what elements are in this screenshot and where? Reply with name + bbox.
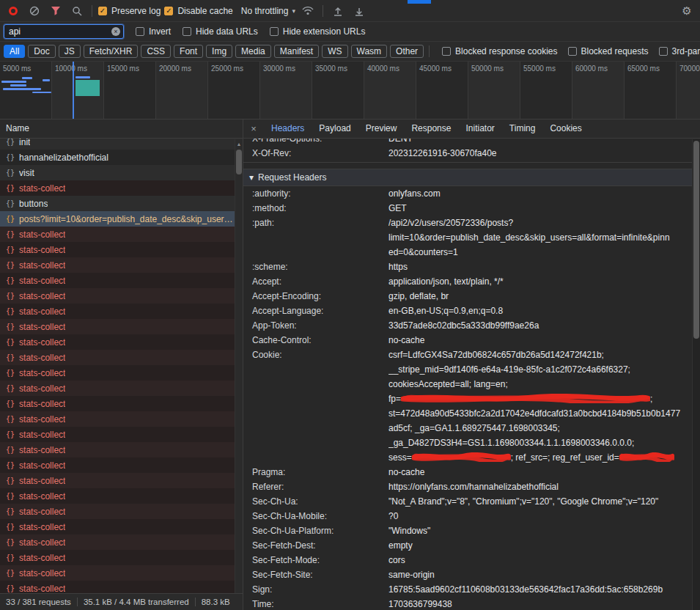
- tab-timing[interactable]: Timing: [502, 120, 543, 138]
- request-row[interactable]: {}stats-collect: [0, 565, 243, 581]
- request-row[interactable]: {}stats-collect: [0, 488, 243, 504]
- request-row[interactable]: {}stats-collect: [0, 534, 243, 550]
- request-row[interactable]: {}stats-collect: [0, 304, 243, 319]
- request-row[interactable]: {}stats-collect: [0, 473, 243, 488]
- invert-checkbox[interactable]: Invert: [136, 26, 171, 37]
- json-icon: {}: [6, 538, 15, 546]
- request-name: stats-collect: [19, 260, 65, 271]
- selected-time-marker: [73, 62, 74, 119]
- type-filter-js[interactable]: JS: [59, 45, 81, 58]
- header-row: Sec-Fetch-Mode:cors: [243, 553, 700, 567]
- tab-preview[interactable]: Preview: [358, 120, 405, 138]
- request-row[interactable]: {}stats-collect: [0, 519, 243, 534]
- request-row[interactable]: {}stats-collect: [0, 365, 243, 381]
- detail-scrollbar[interactable]: [692, 139, 700, 610]
- tab-cookies[interactable]: Cookies: [542, 120, 589, 138]
- type-filter-other[interactable]: Other: [390, 45, 424, 58]
- disable-cache-checkbox[interactable]: ✓ Disable cache: [164, 6, 232, 16]
- header-value: onlyfans.com: [388, 186, 700, 201]
- type-filter-fetch-xhr[interactable]: Fetch/XHR: [84, 45, 139, 58]
- checkbox-label: Blocked response cookies: [455, 46, 557, 56]
- type-filter-css[interactable]: CSS: [141, 45, 171, 58]
- name-column-header[interactable]: Name: [0, 120, 243, 139]
- hide-data-urls-checkbox[interactable]: Hide data URLs: [183, 26, 258, 37]
- request-row[interactable]: {}stats-collect: [0, 227, 243, 242]
- request-row[interactable]: {}stats-collect: [0, 180, 243, 196]
- request-row[interactable]: {}stats-collect: [0, 257, 243, 273]
- checkbox-3rd-party-requests[interactable]: 3rd-party requests: [659, 46, 700, 56]
- filter-button[interactable]: [47, 3, 65, 19]
- import-har-button[interactable]: [329, 3, 347, 19]
- request-row[interactable]: {}stats-collect: [0, 581, 243, 593]
- preserve-log-checkbox[interactable]: ✓ Preserve log: [98, 6, 161, 16]
- header-row: Sec-Fetch-Dest:empty: [243, 538, 700, 553]
- header-name: Sec-Ch-Ua-Mobile:: [243, 509, 388, 523]
- request-row[interactable]: {}stats-collect: [0, 319, 243, 334]
- scrollbar-thumb[interactable]: [693, 141, 699, 339]
- request-headers-section[interactable]: ▾ Request Headers: [243, 169, 700, 186]
- tab-payload[interactable]: Payload: [312, 120, 358, 138]
- header-name: Sec-Fetch-Mode:: [243, 553, 388, 567]
- type-filter-ws[interactable]: WS: [322, 45, 347, 58]
- request-row[interactable]: {}init: [0, 139, 243, 150]
- header-row: :path:/api2/v2/users/20572336/posts?limi…: [243, 216, 700, 260]
- record-button[interactable]: [4, 3, 22, 19]
- type-filter-all[interactable]: All: [4, 45, 25, 58]
- header-row: :authority:onlyfans.com: [243, 186, 700, 201]
- tab-initiator[interactable]: Initiator: [458, 120, 501, 138]
- request-row[interactable]: {}posts?limit=10&order=publish_date_desc…: [0, 211, 243, 227]
- checkbox-box: [568, 47, 577, 56]
- type-filter-manifest[interactable]: Manifest: [274, 45, 319, 58]
- header-value: 202312261916-30670fa40e: [388, 146, 700, 161]
- request-row[interactable]: {}stats-collect: [0, 396, 243, 411]
- throttling-select[interactable]: No throttling ▾: [241, 6, 295, 16]
- close-icon[interactable]: ×: [243, 123, 264, 134]
- filter-input[interactable]: [4, 24, 124, 39]
- json-icon: {}: [6, 261, 15, 269]
- request-row[interactable]: {}buttons: [0, 196, 243, 211]
- request-name: stats-collect: [19, 291, 65, 301]
- search-button[interactable]: [68, 3, 86, 19]
- scroll-up-icon[interactable]: ▲: [235, 139, 243, 147]
- request-row[interactable]: {}stats-collect: [0, 288, 243, 304]
- request-row[interactable]: {}hannahelizabethofficial: [0, 150, 243, 165]
- waterfall-bar: [10, 84, 26, 87]
- request-list-scrollbar[interactable]: ▲: [235, 139, 243, 593]
- hide-extension-urls-checkbox[interactable]: Hide extension URLs: [270, 26, 366, 37]
- checkbox-blocked-requests[interactable]: Blocked requests: [568, 46, 649, 56]
- network-conditions-button[interactable]: [299, 3, 317, 19]
- request-row[interactable]: {}stats-collect: [0, 350, 243, 365]
- type-filter-media[interactable]: Media: [235, 45, 271, 58]
- type-filter-doc[interactable]: Doc: [28, 45, 55, 58]
- checkbox-blocked-response-cookies[interactable]: Blocked response cookies: [442, 46, 557, 56]
- request-row[interactable]: {}stats-collect: [0, 442, 243, 457]
- tab-response[interactable]: Response: [404, 120, 458, 138]
- header-name: Accept-Language:: [243, 304, 388, 318]
- type-filter-wasm[interactable]: Wasm: [351, 45, 388, 58]
- request-row[interactable]: {}stats-collect: [0, 381, 243, 396]
- clear-filter-icon[interactable]: ×: [111, 27, 120, 36]
- header-row: Accept-Encoding:gzip, deflate, br: [243, 289, 700, 304]
- request-row[interactable]: {}stats-collect: [0, 504, 243, 519]
- request-row[interactable]: {}visit: [0, 165, 243, 180]
- checkbox-box: [659, 47, 668, 56]
- export-har-button[interactable]: [350, 3, 368, 19]
- request-row[interactable]: {}stats-collect: [0, 242, 243, 257]
- request-name: stats-collect: [19, 414, 65, 425]
- request-row[interactable]: {}stats-collect: [0, 427, 243, 442]
- tab-headers[interactable]: Headers: [264, 120, 312, 138]
- settings-gear-icon[interactable]: ⚙: [678, 3, 696, 19]
- clear-button[interactable]: [26, 3, 43, 19]
- scrollbar-thumb[interactable]: [236, 150, 242, 174]
- request-row[interactable]: {}stats-collect: [0, 457, 243, 473]
- request-row[interactable]: {}stats-collect: [0, 550, 243, 565]
- timeline-overview[interactable]: 5000 ms10000 ms15000 ms20000 ms25000 ms3…: [0, 62, 700, 120]
- request-row[interactable]: {}stats-collect: [0, 334, 243, 350]
- type-filter-font[interactable]: Font: [174, 45, 203, 58]
- request-name: init: [19, 139, 30, 147]
- request-row[interactable]: {}stats-collect: [0, 411, 243, 427]
- network-toolbar: ✓ Preserve log ✓ Disable cache No thrott…: [0, 0, 700, 22]
- type-filter-img[interactable]: Img: [206, 45, 232, 58]
- request-row[interactable]: {}stats-collect: [0, 273, 243, 288]
- header-value: 33d57ade8c02dbc5a333db99ff9ae26a: [388, 318, 700, 333]
